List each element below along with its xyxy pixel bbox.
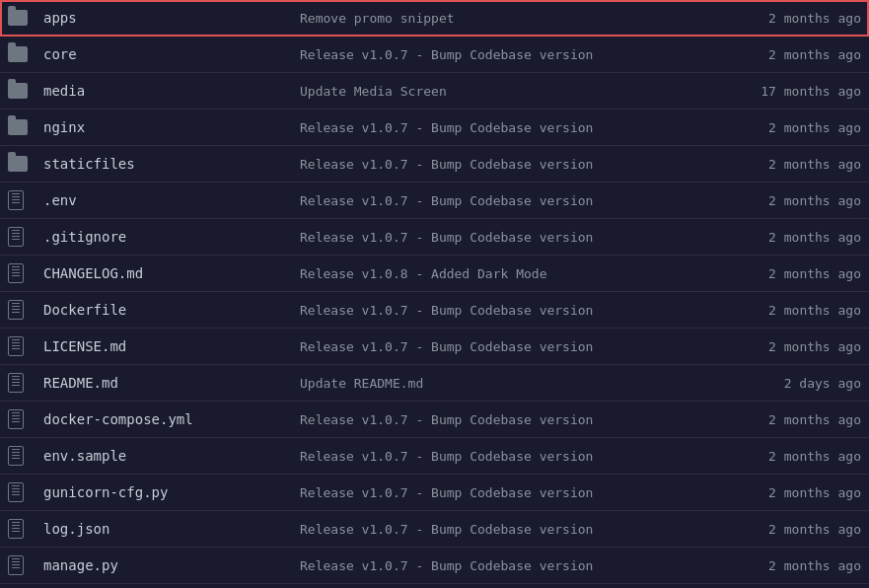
file-time: 2 months ago: [743, 558, 861, 573]
table-row[interactable]: nginxRelease v1.0.7 - Bump Codebase vers…: [0, 110, 869, 146]
file-time: 2 days ago: [743, 376, 861, 391]
file-icon: [8, 482, 24, 502]
file-name[interactable]: staticfiles: [43, 156, 280, 172]
table-row[interactable]: manage.pyRelease v1.0.7 - Bump Codebase …: [0, 548, 869, 584]
folder-icon: [8, 10, 28, 26]
file-name[interactable]: manage.py: [43, 557, 280, 573]
file-commit-message[interactable]: Release v1.0.7 - Bump Codebase version: [280, 485, 743, 500]
file-name[interactable]: nginx: [43, 119, 280, 135]
file-commit-message[interactable]: Release v1.0.7 - Bump Codebase version: [280, 449, 743, 464]
file-commit-message[interactable]: Release v1.0.7 - Bump Codebase version: [280, 303, 743, 318]
file-time: 2 months ago: [743, 157, 861, 172]
file-time: 2 months ago: [743, 449, 861, 464]
file-list: appsRemove promo snippet2 months agocore…: [0, 0, 869, 584]
file-icon: [8, 555, 24, 575]
file-commit-message[interactable]: Release v1.0.7 - Bump Codebase version: [280, 47, 743, 62]
table-row[interactable]: LICENSE.mdRelease v1.0.7 - Bump Codebase…: [0, 329, 869, 365]
file-commit-message[interactable]: Release v1.0.7 - Bump Codebase version: [280, 120, 743, 135]
file-name[interactable]: .gitignore: [43, 229, 280, 245]
file-name[interactable]: env.sample: [43, 448, 280, 464]
file-commit-message[interactable]: Release v1.0.7 - Bump Codebase version: [280, 339, 743, 354]
file-icon: [8, 190, 24, 210]
table-row[interactable]: docker-compose.ymlRelease v1.0.7 - Bump …: [0, 402, 869, 438]
file-time: 2 months ago: [743, 303, 861, 318]
table-row[interactable]: mediaUpdate Media Screen17 months ago: [0, 73, 869, 110]
file-icon: [8, 409, 24, 429]
file-name[interactable]: log.json: [43, 521, 280, 537]
file-time: 2 months ago: [743, 485, 861, 500]
file-time: 2 months ago: [743, 47, 861, 62]
file-name[interactable]: media: [43, 83, 280, 99]
file-icon: [8, 446, 24, 466]
table-row[interactable]: env.sampleRelease v1.0.7 - Bump Codebase…: [0, 438, 869, 475]
table-row[interactable]: .envRelease v1.0.7 - Bump Codebase versi…: [0, 183, 869, 219]
file-icon: [8, 336, 24, 356]
file-name[interactable]: Dockerfile: [43, 302, 280, 318]
table-row[interactable]: log.jsonRelease v1.0.7 - Bump Codebase v…: [0, 511, 869, 548]
file-commit-message[interactable]: Remove promo snippet: [280, 11, 743, 26]
file-time: 17 months ago: [743, 84, 861, 99]
file-commit-message[interactable]: Release v1.0.7 - Bump Codebase version: [280, 558, 743, 573]
file-time: 2 months ago: [743, 522, 861, 537]
file-name[interactable]: README.md: [43, 375, 280, 391]
file-commit-message[interactable]: Release v1.0.7 - Bump Codebase version: [280, 412, 743, 427]
file-icon: [8, 519, 24, 539]
file-commit-message[interactable]: Release v1.0.7 - Bump Codebase version: [280, 230, 743, 245]
table-row[interactable]: DockerfileRelease v1.0.7 - Bump Codebase…: [0, 292, 869, 329]
folder-icon: [8, 119, 28, 135]
file-time: 2 months ago: [743, 120, 861, 135]
table-row[interactable]: README.mdUpdate README.md2 days ago: [0, 365, 869, 402]
file-name[interactable]: apps: [43, 10, 280, 26]
file-time: 2 months ago: [743, 339, 861, 354]
file-name[interactable]: .env: [43, 192, 280, 208]
table-row[interactable]: staticfilesRelease v1.0.7 - Bump Codebas…: [0, 146, 869, 183]
file-commit-message[interactable]: Update Media Screen: [280, 84, 743, 99]
table-row[interactable]: appsRemove promo snippet2 months ago: [0, 0, 869, 37]
file-icon: [8, 300, 24, 320]
table-row[interactable]: .gitignoreRelease v1.0.7 - Bump Codebase…: [0, 219, 869, 256]
file-icon: [8, 373, 24, 393]
file-icon: [8, 227, 24, 247]
folder-icon: [8, 83, 28, 99]
file-commit-message[interactable]: Update README.md: [280, 376, 743, 391]
file-time: 2 months ago: [743, 11, 861, 26]
file-name[interactable]: gunicorn-cfg.py: [43, 484, 280, 500]
folder-icon: [8, 156, 28, 172]
file-icon: [8, 263, 24, 283]
file-commit-message[interactable]: Release v1.0.7 - Bump Codebase version: [280, 193, 743, 208]
file-commit-message[interactable]: Release v1.0.7 - Bump Codebase version: [280, 522, 743, 537]
file-name[interactable]: CHANGELOG.md: [43, 265, 280, 281]
file-time: 2 months ago: [743, 266, 861, 281]
file-time: 2 months ago: [743, 193, 861, 208]
file-commit-message[interactable]: Release v1.0.8 - Added Dark Mode: [280, 266, 743, 281]
file-commit-message[interactable]: Release v1.0.7 - Bump Codebase version: [280, 157, 743, 172]
file-time: 2 months ago: [743, 230, 861, 245]
table-row[interactable]: coreRelease v1.0.7 - Bump Codebase versi…: [0, 37, 869, 73]
file-name[interactable]: docker-compose.yml: [43, 411, 280, 427]
file-name[interactable]: LICENSE.md: [43, 338, 280, 354]
file-name[interactable]: core: [43, 46, 280, 62]
table-row[interactable]: CHANGELOG.mdRelease v1.0.8 - Added Dark …: [0, 256, 869, 292]
folder-icon: [8, 46, 28, 62]
table-row[interactable]: gunicorn-cfg.pyRelease v1.0.7 - Bump Cod…: [0, 475, 869, 511]
file-time: 2 months ago: [743, 412, 861, 427]
